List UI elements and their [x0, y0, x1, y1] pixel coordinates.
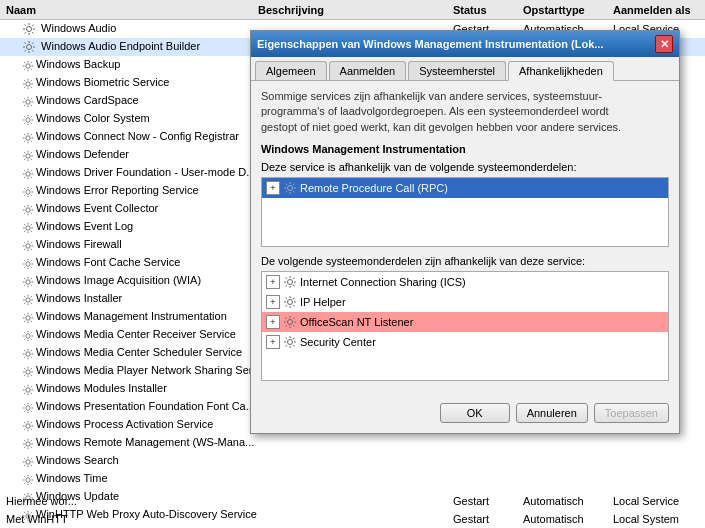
svg-point-23	[26, 441, 30, 445]
svc-name: Windows Defender	[2, 148, 258, 161]
ok-button[interactable]: OK	[440, 403, 510, 423]
svg-point-29	[288, 280, 293, 285]
svc-name: Windows Presentation Foundation Font Ca.…	[2, 400, 258, 413]
svg-point-12	[26, 243, 30, 247]
svg-point-31	[288, 320, 293, 325]
svg-point-30	[288, 300, 293, 305]
section1-label: Deze service is afhankelijk van de volge…	[261, 161, 669, 173]
svc-name: Windows Remote Management (WS-Mana...	[2, 436, 258, 449]
col-logon: Aanmelden als	[613, 4, 703, 16]
tree-item-label: Security Center	[300, 336, 376, 348]
svg-point-1	[27, 45, 32, 50]
tree-expander-security[interactable]: +	[266, 335, 280, 349]
svg-point-3	[26, 81, 30, 85]
svc-name: Windows Event Log	[2, 220, 258, 233]
svc-name: Windows Event Collector	[2, 202, 258, 215]
svg-point-22	[26, 423, 30, 427]
tree-expander-iphelper[interactable]: +	[266, 295, 280, 309]
svg-point-7	[26, 153, 30, 157]
svc-name: Windows Connect Now - Config Registrar	[2, 130, 258, 143]
list-item[interactable]: Windows Time	[0, 470, 705, 488]
tab-aanmelden[interactable]: Aanmelden	[329, 61, 407, 80]
svc-name: Windows Biometric Service	[2, 76, 258, 89]
svg-point-32	[288, 340, 293, 345]
list-item[interactable]: Windows Remote Management (WS-Mana...	[0, 434, 705, 452]
svg-point-13	[26, 261, 30, 265]
tree-item-label: Remote Procedure Call (RPC)	[300, 182, 448, 194]
col-startup: Opstarttype	[523, 4, 613, 16]
svg-point-2	[26, 63, 30, 67]
tree-item-label: Internet Connection Sharing (ICS)	[300, 276, 466, 288]
svc-name: Windows Time	[2, 472, 258, 485]
cancel-button[interactable]: Annuleren	[516, 403, 588, 423]
tree-item-security[interactable]: + Security Center	[262, 332, 668, 352]
dialog-tabs: Algemeen Aanmelden Systeemherstel Afhank…	[251, 57, 679, 81]
tree-item-officescan[interactable]: + OfficeScan NT Listener	[262, 312, 668, 332]
tree-item-ics[interactable]: + Internet Connection Sharing (ICS)	[262, 272, 668, 292]
service-icon	[283, 335, 297, 349]
dialog-titlebar: Eigenschappen van Windows Management Ins…	[251, 31, 679, 57]
svc-name: Windows Font Cache Service	[2, 256, 258, 269]
svc-name: Windows Media Center Scheduler Service	[2, 346, 258, 359]
svc-name: Windows CardSpace	[2, 94, 258, 107]
svg-point-20	[26, 387, 30, 391]
svc-name: Windows Media Player Network Sharing Ser…	[2, 364, 258, 377]
dialog-window: Eigenschappen van Windows Management Ins…	[250, 30, 680, 434]
service-icon	[283, 315, 297, 329]
dependents-box: + Internet Connection Sharing (ICS) + IP…	[261, 271, 669, 381]
tree-expander-officescan[interactable]: +	[266, 315, 280, 329]
svg-point-0	[27, 27, 32, 32]
tab-systeemherstel[interactable]: Systeemherstel	[408, 61, 506, 80]
service-icon	[283, 181, 297, 195]
tree-expander-ics[interactable]: +	[266, 275, 280, 289]
svg-point-24	[26, 459, 30, 463]
list-item[interactable]: Windows Search	[0, 452, 705, 470]
svc-name: Windows Process Activation Service	[2, 418, 258, 431]
dialog-footer: OK Annuleren Toepassen	[251, 397, 679, 433]
svg-point-14	[26, 279, 30, 283]
svg-point-11	[26, 225, 30, 229]
svc-name: Windows Management Instrumentation	[2, 310, 258, 323]
svg-point-25	[26, 477, 30, 481]
svc-name: Windows Search	[2, 454, 258, 467]
apply-button[interactable]: Toepassen	[594, 403, 669, 423]
svc-name: Windows Modules Installer	[2, 382, 258, 395]
svg-point-6	[26, 135, 30, 139]
dialog-content: Sommige services zijn afhankelijk van an…	[251, 81, 679, 397]
dialog-description: Sommige services zijn afhankelijk van an…	[261, 89, 669, 135]
close-button[interactable]: ✕	[655, 35, 673, 53]
list-item[interactable]: Met WinHTT Gestart Automatisch Local Sys…	[0, 510, 705, 528]
svc-name: Windows Backup	[2, 58, 258, 71]
svg-point-19	[26, 369, 30, 373]
svg-point-9	[26, 189, 30, 193]
tree-item-rpc[interactable]: + Remote Procedure Call (RPC)	[262, 178, 668, 198]
svg-point-10	[26, 207, 30, 211]
svg-point-21	[26, 405, 30, 409]
svg-point-4	[26, 99, 30, 103]
services-header: Naam Beschrijving Status Opstarttype Aan…	[0, 0, 705, 20]
tree-expander[interactable]: +	[266, 181, 280, 195]
svc-name: Windows Image Acquisition (WIA)	[2, 274, 258, 287]
service-icon	[283, 275, 297, 289]
col-status: Status	[453, 4, 523, 16]
tab-algemeen[interactable]: Algemeen	[255, 61, 327, 80]
list-item[interactable]: Hiermee wor... Gestart Automatisch Local…	[0, 492, 705, 510]
svc-name: Windows Color System	[2, 112, 258, 125]
svc-name: Windows Installer	[2, 292, 258, 305]
service-icon	[283, 295, 297, 309]
section2-label: De volgende systeemonderdelen zijn afhan…	[261, 255, 669, 267]
col-name: Naam	[2, 4, 258, 16]
svg-point-17	[26, 333, 30, 337]
svc-name: Windows Media Center Receiver Service	[2, 328, 258, 341]
col-desc: Beschrijving	[258, 4, 453, 16]
svg-point-18	[26, 351, 30, 355]
svc-name: Windows Error Reporting Service	[2, 184, 258, 197]
deps-of-service-box: + Remote Procedure Call (RPC)	[261, 177, 669, 247]
tree-item-label: OfficeScan NT Listener	[300, 316, 413, 328]
tree-item-label: IP Helper	[300, 296, 346, 308]
service-name-label: Windows Management Instrumentation	[261, 143, 669, 155]
tab-afhankelijkheden[interactable]: Afhankelijkheden	[508, 61, 614, 81]
svg-point-16	[26, 315, 30, 319]
tree-item-iphelper[interactable]: + IP Helper	[262, 292, 668, 312]
svg-point-28	[288, 186, 293, 191]
